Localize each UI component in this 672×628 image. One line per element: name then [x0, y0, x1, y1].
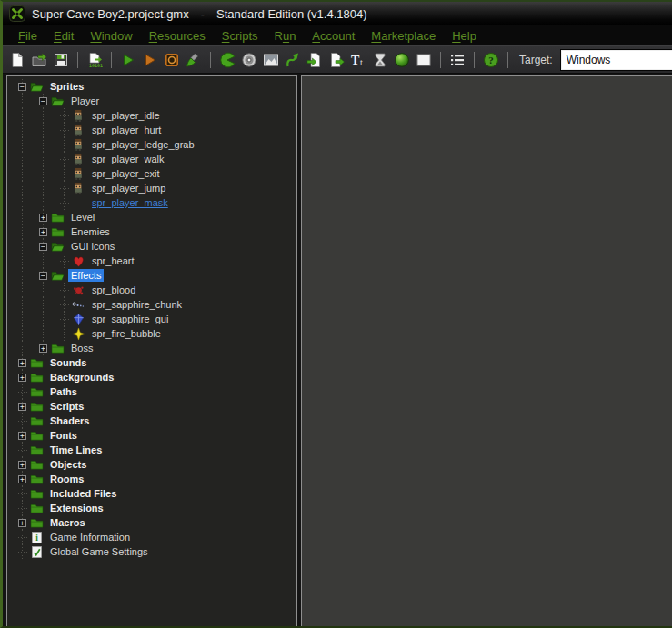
collapse-icon[interactable]: −	[18, 83, 26, 91]
open-project-button[interactable]	[30, 50, 48, 70]
tree-item-spr-blood[interactable]: spr_blood	[7, 283, 296, 297]
stop-webserver-button[interactable]	[163, 50, 181, 70]
expand-icon[interactable]: +	[39, 344, 47, 353]
toolbar-separator	[210, 52, 211, 68]
tree-connector	[18, 530, 29, 544]
expand-icon[interactable]: +	[18, 475, 26, 483]
tree-item-global-game-settings[interactable]: Global Game Settings	[7, 544, 296, 559]
main-area: −Sprites−Playerspr_player_idlespr_player…	[3, 74, 672, 626]
svg-text:?: ?	[488, 55, 494, 65]
create-script-button[interactable]	[306, 50, 324, 70]
save-project-button[interactable]	[52, 50, 70, 70]
tree-item-player[interactable]: −Player	[7, 94, 296, 108]
player-sprite-icon	[71, 108, 85, 123]
tree-item-label: spr_player_idle	[89, 109, 163, 122]
tree-item-spr-player-jump[interactable]: spr_player_jump	[7, 181, 296, 195]
tree-item-gui-icons[interactable]: −GUI icons	[7, 239, 296, 254]
create-font-button[interactable]: Tt	[349, 50, 367, 70]
create-shader-button[interactable]	[327, 50, 346, 70]
menu-window[interactable]: Window	[82, 27, 140, 45]
tree-item-spr-heart[interactable]: spr_heart	[7, 254, 296, 268]
tree-connector	[60, 137, 71, 152]
menu-edit[interactable]: Edit	[45, 27, 82, 45]
tree-item-fonts[interactable]: +Fonts	[7, 428, 296, 443]
toolbar-separator	[77, 52, 78, 68]
expand-icon[interactable]: +	[39, 214, 47, 222]
create-object-button[interactable]	[393, 50, 411, 70]
tree-item-spr-sapphire-chunk[interactable]: spr_sapphire_chunk	[7, 297, 296, 312]
tree-item-spr-player-idle[interactable]: spr_player_idle	[7, 108, 296, 123]
collapse-icon[interactable]: −	[39, 97, 47, 105]
collapse-icon[interactable]: −	[39, 243, 47, 251]
tree-item-boss[interactable]: +Boss	[7, 341, 296, 355]
tree-item-spr-player-ledge-grab[interactable]: spr_player_ledge_grab	[7, 137, 296, 152]
target-label: Target:	[519, 54, 553, 66]
menu-file[interactable]: File	[10, 27, 45, 45]
tree-item-spr-fire-bubble[interactable]: spr_fire_bubble	[7, 326, 296, 341]
menu-account[interactable]: Account	[304, 27, 363, 45]
menu-resources[interactable]: Resources	[141, 27, 214, 45]
tree-item-level[interactable]: +Level	[7, 210, 296, 224]
tree-connector	[60, 254, 71, 268]
menu-help[interactable]: Help	[444, 27, 485, 45]
tree-item-spr-player-mask[interactable]: spr_player_mask	[7, 195, 296, 210]
tree-item-effects[interactable]: −Effects	[7, 268, 296, 283]
tree-item-sounds[interactable]: +Sounds	[7, 355, 296, 370]
tree-item-backgrounds[interactable]: +Backgrounds	[7, 370, 296, 384]
tree-item-game-information[interactable]: iGame Information	[7, 530, 296, 544]
new-project-button[interactable]	[8, 50, 26, 70]
tree-item-macros[interactable]: +Macros	[7, 515, 296, 530]
game-information-button[interactable]	[448, 50, 466, 70]
expand-icon[interactable]: +	[39, 228, 47, 236]
menu-marketplace[interactable]: Marketplace	[363, 27, 444, 45]
tree-item-spr-player-walk[interactable]: spr_player_walk	[7, 152, 296, 166]
shader-icon	[328, 52, 345, 68]
collapse-icon[interactable]: −	[39, 272, 47, 280]
tree-item-paths[interactable]: Paths	[7, 384, 296, 399]
expand-icon[interactable]: +	[18, 359, 26, 367]
create-room-button[interactable]	[415, 50, 433, 70]
timeline-icon	[372, 52, 388, 68]
tree-connector	[60, 166, 71, 181]
tree-item-spr-sapphire-gui[interactable]: spr_sapphire_gui	[7, 312, 296, 326]
tree-item-rooms[interactable]: +Rooms	[7, 472, 296, 486]
tree-connector	[60, 326, 71, 341]
tree-item-shaders[interactable]: Shaders	[7, 414, 296, 428]
tree-item-extensions[interactable]: Extensions	[7, 501, 296, 515]
tree-item-time-lines[interactable]: Time Lines	[7, 443, 296, 457]
expand-icon[interactable]: +	[18, 403, 26, 411]
clean-cache-button[interactable]	[185, 50, 203, 70]
tree-item-included-files[interactable]: Included Files	[7, 486, 296, 501]
run-debug-button[interactable]	[141, 50, 159, 70]
menubar: FileEditWindowResourcesScriptsRunAccount…	[3, 25, 672, 45]
create-sprite-button[interactable]	[218, 50, 236, 70]
player-sprite-icon	[71, 152, 85, 166]
create-timeline-button[interactable]	[371, 50, 389, 70]
tree-item-spr-player-exit[interactable]: spr_player_exit	[7, 166, 296, 181]
tree-item-enemies[interactable]: +Enemies	[7, 224, 296, 239]
tree-item-sprites[interactable]: −Sprites	[7, 79, 296, 94]
tree-item-scripts[interactable]: +Scripts	[7, 399, 296, 414]
create-sound-button[interactable]	[240, 50, 258, 70]
menu-scripts[interactable]: Scripts	[214, 27, 266, 45]
create-background-button[interactable]	[262, 50, 280, 70]
create-executable-button[interactable]: 10101	[85, 50, 104, 70]
tree-item-label: Paths	[47, 385, 80, 398]
menu-run[interactable]: Run	[266, 27, 305, 45]
tree-item-spr-player-hurt[interactable]: spr_player_hurt	[7, 123, 296, 137]
tree-connector	[60, 123, 71, 137]
target-combobox[interactable]: Windows	[561, 50, 672, 70]
tree-item-objects[interactable]: +Objects	[7, 457, 296, 472]
expand-icon[interactable]: +	[18, 461, 26, 469]
tree-connector	[60, 312, 71, 326]
run-game-button[interactable]	[119, 50, 137, 70]
stop-icon	[164, 52, 180, 68]
create-path-button[interactable]	[284, 50, 302, 70]
folder-open-icon	[50, 94, 65, 108]
expand-icon[interactable]: +	[18, 519, 26, 527]
expand-icon[interactable]: +	[18, 432, 26, 440]
expand-icon[interactable]: +	[18, 374, 26, 382]
help-button[interactable]: ?	[482, 50, 500, 70]
tree-item-label: Sprites	[47, 80, 86, 93]
player-sprite-icon	[71, 166, 85, 181]
